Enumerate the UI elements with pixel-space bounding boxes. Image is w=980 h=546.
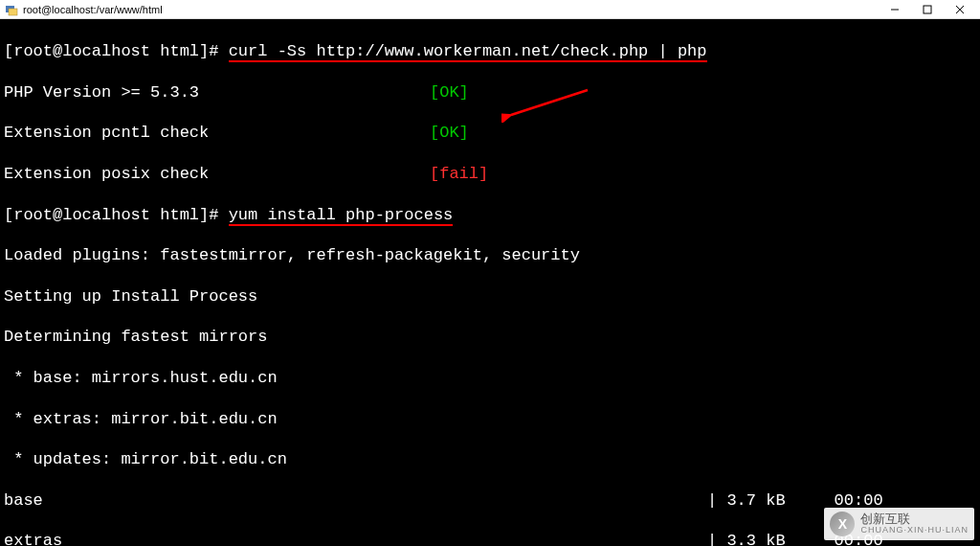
watermark-text: 创新互联: [860, 512, 969, 526]
output-text: Extension pcntl check: [4, 123, 430, 143]
command-curl: curl -Ss http://www.workerman.net/check.…: [229, 42, 707, 62]
output-text: Loaded plugins: fastestmirror, refresh-p…: [4, 245, 976, 265]
prompt: [root@localhost html]#: [4, 206, 229, 224]
watermark-subtext: CHUANG·XIN·HU·LIAN: [860, 526, 969, 535]
repo-name: base: [4, 490, 707, 511]
watermark-logo-icon: X: [830, 512, 855, 536]
close-button[interactable]: [944, 0, 976, 19]
status-ok: [OK]: [430, 83, 469, 102]
output-text: PHP Version >= 5.3.3: [4, 82, 430, 102]
svg-rect-1: [9, 9, 17, 15]
minimize-button[interactable]: [879, 0, 911, 19]
output-text: * updates: mirror.bit.edu.cn: [4, 449, 976, 469]
output-text: Setting up Install Process: [4, 286, 976, 307]
svg-rect-3: [924, 6, 931, 13]
window-titlebar: root@localhost:/var/www/html: [0, 0, 980, 19]
repo-status: | 3.7 kB 00:00: [707, 491, 883, 510]
maximize-button[interactable]: [911, 0, 944, 19]
output-text: * extras: mirror.bit.edu.cn: [4, 409, 976, 429]
output-text: Extension posix check: [4, 164, 430, 184]
terminal[interactable]: [root@localhost html]# curl -Ss http://w…: [0, 19, 980, 546]
status-fail: [fail]: [430, 165, 488, 183]
output-text: * base: mirrors.hust.edu.cn: [4, 368, 976, 388]
putty-icon: [4, 2, 19, 17]
window-controls: [879, 0, 976, 19]
status-ok: [OK]: [430, 124, 469, 142]
output-text: Determining fastest mirrors: [4, 327, 976, 347]
window-title: root@localhost:/var/www/html: [23, 4, 879, 15]
prompt: [root@localhost html]#: [4, 42, 229, 60]
repo-name: extras: [4, 531, 707, 546]
command-yum: yum install php-process: [229, 206, 454, 226]
watermark: X 创新互联 CHUANG·XIN·HU·LIAN: [824, 508, 974, 540]
